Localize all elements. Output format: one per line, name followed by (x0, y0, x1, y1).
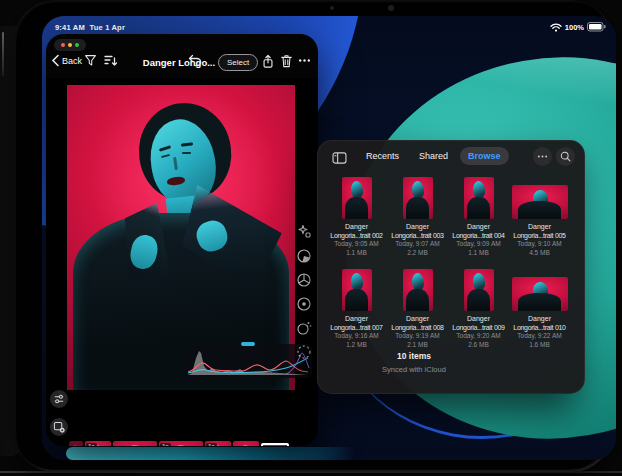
file-name: Danger (448, 314, 509, 323)
scene: 9:41 AM Tue 1 Apr 100% (0, 0, 622, 476)
file-time: Today, 9:10 AM (509, 240, 570, 249)
tab-browse[interactable]: Browse (460, 147, 509, 165)
trash-icon (280, 54, 293, 68)
file-item[interactable]: DangerLongoria...trait 010Today, 9:22 AM… (509, 265, 570, 349)
filmstrip-thumb[interactable] (233, 441, 259, 446)
file-time: Today, 9:05 AM (326, 240, 387, 249)
file-name: Danger (326, 314, 387, 323)
status-date: Tue 1 Apr (89, 23, 125, 32)
clone-tool-button[interactable] (296, 296, 312, 312)
ipad-screen: 9:41 AM Tue 1 Apr 100% (42, 16, 616, 460)
filmstrip-thumb[interactable] (113, 441, 157, 446)
file-time: Today, 9:22 AM (509, 332, 570, 341)
sort-descending-icon (104, 54, 118, 67)
file-grid: DangerLongoria...trait 002Today, 9:05 AM… (326, 173, 570, 349)
undo-icon (188, 54, 202, 67)
filmstrip-thumb[interactable]: 3★ (85, 441, 111, 446)
file-time: Today, 9:16 AM (326, 332, 387, 341)
file-thumbnail (403, 269, 433, 311)
undo-button[interactable] (188, 54, 202, 67)
file-time: Today, 9:20 AM (448, 332, 509, 341)
browser-tabs: Recents Shared Browse (358, 147, 509, 165)
tool-column (292, 224, 316, 360)
search-button[interactable] (556, 147, 575, 166)
photo-editor-window: Back Danger Longo... Select (46, 34, 318, 446)
zoom-window-icon[interactable] (75, 43, 79, 47)
tab-shared[interactable]: Shared (411, 147, 456, 165)
close-window-icon[interactable] (61, 43, 65, 47)
sort-button[interactable] (104, 54, 118, 67)
file-name: Danger (509, 222, 570, 231)
adjust-presets-button[interactable] (50, 390, 68, 408)
editor-toolbar: Back Danger Longo... Select (46, 51, 318, 77)
select-button[interactable]: Select (218, 54, 258, 71)
item-count: 10 items (318, 351, 510, 361)
file-size: 1.6 MB (509, 341, 570, 350)
file-item[interactable]: DangerLongoria...trait 005Today, 9:10 AM… (509, 173, 570, 257)
editor-canvas: 3★3★3★ i (46, 78, 318, 446)
file-item[interactable]: DangerLongoria...trait 009Today, 9:20 AM… (448, 265, 509, 349)
file-size: 1.1 MB (448, 249, 509, 258)
status-time-date: 9:41 AM Tue 1 Apr (55, 23, 125, 32)
file-item[interactable]: DangerLongoria...trait 003Today, 9:07 AM… (387, 173, 448, 257)
background-device-glint (2, 32, 4, 76)
filters-tool-button[interactable] (296, 248, 312, 264)
battery-icon (587, 22, 606, 32)
file-size: 2.2 MB (387, 249, 448, 258)
tab-recents[interactable]: Recents (358, 147, 407, 165)
more-button[interactable] (298, 54, 311, 67)
file-size: 1.1 MB (326, 249, 387, 258)
back-label: Back (62, 56, 82, 66)
rating-badge: 3★ (86, 443, 97, 446)
ipad-device: 9:41 AM Tue 1 Apr 100% (14, 0, 612, 472)
wifi-icon (550, 23, 562, 32)
share-button[interactable] (261, 54, 275, 69)
filmstrip-thumb[interactable] (69, 441, 83, 446)
file-name: Danger (448, 222, 509, 231)
retouch-tool-button[interactable] (296, 320, 312, 336)
filmstrip: 3★3★3★ (69, 440, 289, 446)
file-name: Danger (326, 222, 387, 231)
status-bar: 9:41 AM Tue 1 Apr 100% (42, 20, 616, 34)
funnel-icon (84, 54, 97, 67)
file-thumbnail (342, 269, 372, 311)
file-size: 4.5 MB (509, 249, 570, 258)
ellipsis-icon (298, 54, 311, 67)
filmstrip-thumb[interactable]: 3★ (159, 441, 203, 446)
file-name: Danger (387, 314, 448, 323)
chevron-left-icon (51, 54, 60, 67)
delete-button[interactable] (280, 54, 293, 68)
browser-more-button[interactable] (533, 147, 552, 166)
wallpaper-cyan-bar (66, 447, 354, 460)
browser-footer: 10 items Synced with iCloud (318, 351, 510, 374)
select-subject-tool-button[interactable] (296, 344, 312, 360)
file-thumbnail (342, 177, 372, 219)
filmstrip-thumb-selected[interactable] (261, 443, 289, 446)
filmstrip-thumb[interactable]: 3★ (205, 441, 231, 446)
sliders-icon (53, 393, 65, 405)
back-button[interactable]: Back (51, 54, 82, 67)
status-time: 9:41 AM (55, 23, 85, 32)
file-thumbnail (464, 177, 494, 219)
file-thumbnail (403, 177, 433, 219)
file-item[interactable]: DangerLongoria...trait 008Today, 9:19 AM… (387, 265, 448, 349)
auto-enhance-tool-button[interactable] (296, 224, 312, 240)
rating-badge: 3★ (206, 443, 217, 446)
search-icon (560, 151, 571, 162)
copy-edits-button[interactable] (50, 418, 68, 436)
filter-button[interactable] (84, 54, 97, 67)
file-size: 2.6 MB (448, 341, 509, 350)
front-camera-icon (330, 6, 334, 10)
file-item[interactable]: DangerLongoria...trait 007Today, 9:16 AM… (326, 265, 387, 349)
minimize-window-icon[interactable] (68, 43, 72, 47)
file-item[interactable]: DangerLongoria...trait 004Today, 9:09 AM… (448, 173, 509, 257)
file-thumbnail (464, 269, 494, 311)
share-icon (261, 54, 275, 69)
ellipsis-icon (537, 151, 548, 162)
file-item[interactable]: DangerLongoria...trait 002Today, 9:05 AM… (326, 173, 387, 257)
adjust-tool-button[interactable] (296, 272, 312, 288)
file-name: Danger (509, 314, 570, 323)
window-controls[interactable] (54, 39, 86, 51)
sidebar-toggle-button[interactable] (332, 150, 347, 168)
side-button-column (50, 390, 68, 446)
